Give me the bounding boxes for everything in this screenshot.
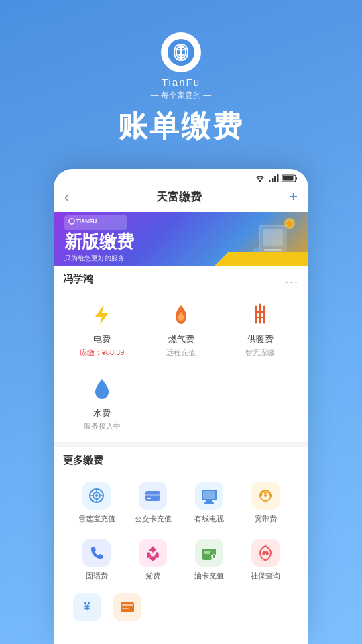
- more-item-xuelian[interactable]: 雪莲宝充值: [70, 475, 123, 529]
- brand-main-title: 账单缴费: [118, 107, 244, 146]
- svg-text:TIANFU: TIANFU: [76, 218, 97, 225]
- xuelian-name: 雪莲宝充值: [78, 514, 115, 524]
- broadband-name: 宽带费: [255, 514, 277, 524]
- svg-point-9: [69, 218, 74, 223]
- more-button[interactable]: ...: [285, 272, 299, 286]
- bottom-item-1[interactable]: ¥: [70, 593, 105, 624]
- battery-icon: [282, 174, 298, 182]
- svg-point-38: [264, 494, 267, 497]
- app-title: 天富缴费: [156, 189, 202, 205]
- brand-area: TianFu — 每个家庭的 — 账单缴费: [0, 0, 362, 146]
- service-item-heating[interactable]: 供暖费 智无应缴: [221, 292, 299, 364]
- svg-rect-2: [269, 180, 271, 182]
- service-item-electricity[interactable]: 电费 应缴：¥88.39: [63, 292, 141, 364]
- user-section: 冯学鸿 ... 电费 应缴：¥88.39: [54, 266, 308, 442]
- svg-rect-35: [206, 500, 212, 502]
- electricity-icon: [87, 300, 117, 329]
- bottom-icon-2: [113, 593, 141, 621]
- svg-marker-17: [95, 305, 109, 325]
- more-item-fixedphone[interactable]: 固话费: [70, 532, 123, 586]
- section-divider: [54, 442, 308, 447]
- more-item-oilcard[interactable]: 油卡充值: [182, 532, 236, 586]
- brand-tagline: — 每个家庭的 —: [151, 90, 212, 101]
- fixedphone-icon: [82, 539, 111, 567]
- svg-rect-34: [203, 491, 215, 499]
- svg-rect-15: [264, 249, 282, 251]
- electricity-status: 应缴：¥88.39: [80, 347, 125, 358]
- water-icon: [87, 374, 117, 403]
- xuelian-icon: [82, 482, 111, 510]
- svg-rect-8: [283, 176, 294, 181]
- service-empty-1: [142, 366, 220, 438]
- fixedphone-name: 固话费: [86, 571, 108, 581]
- more-item-partyfee[interactable]: 党费: [126, 532, 180, 586]
- buscard-icon: [139, 482, 167, 510]
- service-empty-2: [221, 366, 299, 438]
- partyfee-icon: [139, 539, 167, 567]
- cabletv-icon: [195, 482, 223, 510]
- banner-logo: TIANFU: [64, 215, 127, 230]
- broadband-icon: [251, 482, 280, 510]
- svg-rect-41: [204, 551, 210, 554]
- service-item-water[interactable]: 水费 服务接入中: [63, 366, 141, 438]
- svg-rect-32: [147, 498, 151, 499]
- oilcard-name: 油卡充值: [194, 571, 224, 581]
- app-topbar: ‹ 天富缴费 +: [54, 185, 308, 212]
- brand-logo: [161, 32, 201, 72]
- svg-rect-39: [202, 549, 212, 560]
- water-status: 服务接入中: [84, 421, 121, 431]
- heating-status: 智无应缴: [245, 347, 275, 358]
- cabletv-name: 有线电视: [194, 514, 224, 524]
- svg-rect-4: [274, 176, 276, 182]
- signal-icon: [268, 174, 279, 182]
- brand-name: TianFu: [162, 76, 200, 88]
- svg-text:¥: ¥: [84, 601, 90, 612]
- gas-name: 燃气费: [168, 333, 194, 345]
- svg-rect-5: [277, 174, 279, 182]
- banner[interactable]: TIANFU 新版缴费 只为给您更好的服务: [54, 212, 308, 266]
- more-section-header: 更多缴费: [63, 454, 299, 467]
- status-bar: [54, 169, 308, 185]
- phone-mockup: ‹ 天富缴费 + TIANFU 新版缴费 只为给您更好的服务: [54, 169, 308, 644]
- back-button[interactable]: ‹: [64, 189, 69, 205]
- heating-icon: [245, 300, 275, 329]
- svg-rect-46: [122, 608, 129, 609]
- heating-name: 供暖费: [247, 333, 274, 345]
- service-grid: 电费 应缴：¥88.39 燃气费 远程充值: [63, 292, 299, 438]
- more-item-broadband[interactable]: 宽带费: [239, 475, 292, 529]
- svg-rect-7: [296, 177, 297, 180]
- bottom-icon-1: ¥: [73, 593, 101, 621]
- banner-main-text: 新版缴费: [64, 230, 134, 254]
- user-name: 冯学鸿: [63, 273, 93, 286]
- socialsecurity-name: 社保查询: [251, 571, 280, 581]
- svg-rect-44: [121, 602, 134, 612]
- bottom-item-2[interactable]: [110, 593, 145, 624]
- water-name: 水费: [93, 407, 111, 419]
- more-services-grid: 雪莲宝充值 公交卡充值: [63, 472, 299, 589]
- svg-rect-31: [145, 494, 160, 496]
- banner-logo-text: TIANFU: [68, 220, 102, 227]
- electricity-name: 电费: [93, 333, 111, 345]
- svg-point-25: [95, 494, 98, 497]
- add-button[interactable]: +: [289, 188, 298, 205]
- svg-rect-36: [204, 502, 214, 504]
- more-section-title: 更多缴费: [63, 454, 103, 467]
- gas-status: 远程充值: [166, 347, 196, 358]
- partyfee-name: 党费: [145, 571, 160, 581]
- svg-rect-45: [122, 604, 133, 606]
- more-services-section: 更多缴费 雪莲宝充值: [54, 447, 308, 631]
- socialsecurity-icon: [251, 539, 280, 567]
- banner-sub-text: 只为给您更好的服务: [64, 254, 134, 263]
- more-item-cabletv[interactable]: 有线电视: [182, 475, 236, 529]
- service-item-gas[interactable]: 燃气费 远程充值: [142, 292, 220, 364]
- wifi-icon: [255, 174, 265, 182]
- banner-yellow-strip: [215, 252, 308, 266]
- svg-point-42: [212, 555, 216, 559]
- bottom-partial-row: ¥: [63, 589, 299, 627]
- section-header: 冯学鸿 ...: [63, 272, 299, 286]
- more-item-buscard[interactable]: 公交卡充值: [126, 475, 180, 529]
- buscard-name: 公交卡充值: [135, 514, 172, 524]
- oilcard-icon: [195, 539, 223, 567]
- svg-rect-3: [272, 178, 274, 182]
- more-item-socialsecurity[interactable]: 社保查询: [239, 532, 292, 586]
